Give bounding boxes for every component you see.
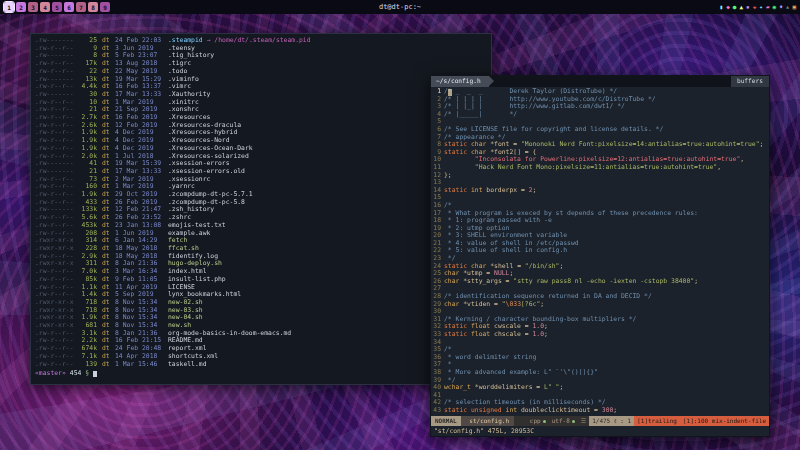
tray-icon-5[interactable]: ▪	[746, 2, 750, 12]
file-date: 1 Mar 15:46	[115, 361, 168, 369]
code-line: 38 * More advanced example: L" `'\"()[]{…	[431, 369, 769, 377]
statusline-filename: st/config.h	[461, 416, 514, 426]
tray-icon-3[interactable]: ●	[733, 2, 737, 12]
vim-cmdline: "st/config.h" 475L, 20953C	[431, 426, 769, 436]
vim-mode-indicator: NORMAL	[431, 416, 461, 426]
workspace-3[interactable]: 3	[28, 2, 38, 12]
terminal-window-left[interactable]: .rw-------25dt24 Feb 22:03.steampid→ /ho…	[30, 33, 492, 385]
file-permissions: .rw-r--r--	[35, 361, 75, 369]
workspace-4[interactable]: 4	[40, 2, 50, 12]
file-list: .rw-------25dt24 Feb 22:03.steampid→ /ho…	[35, 37, 487, 368]
workspace-list: 123456789	[4, 2, 110, 12]
tray-icon-7[interactable]: ✦	[759, 2, 763, 12]
workspace-8[interactable]: 8	[88, 2, 98, 12]
terminal-cursor	[93, 371, 97, 378]
tray-icon-4[interactable]: ▲	[739, 2, 743, 12]
statusline-fill	[514, 416, 527, 426]
code-line: 15	[431, 194, 769, 202]
file-size: 139	[75, 361, 97, 369]
workspace-6[interactable]: 6	[64, 2, 74, 12]
symlink-target: → /home/dt/.steam/steam.pid	[207, 37, 311, 45]
tray-icon-10[interactable]: ♦	[779, 2, 783, 12]
statusline-item-1: cpp	[527, 416, 549, 426]
buffers-label[interactable]: buffers	[731, 76, 769, 87]
code-line: 26char *stty_args = "stty raw pass8 nl -…	[431, 278, 769, 286]
prompt-count: 454	[70, 370, 82, 378]
tab-config-h[interactable]: ~/s/config.h	[431, 76, 489, 87]
git-branch-label: «master»	[35, 370, 66, 378]
statusline-item-2: utf-8	[549, 416, 578, 426]
shell-prompt: «master» 454 §	[35, 370, 487, 378]
tray-icon-12[interactable]: ▣	[792, 2, 796, 12]
code-line: 34	[431, 339, 769, 347]
editor-window[interactable]: ~/s/config.h buffers 1/* _ _ _ Derek Tay…	[430, 75, 770, 437]
file-owner: dt	[102, 361, 115, 369]
workspace-1[interactable]: 1	[4, 2, 14, 12]
tray-icon-6[interactable]: ◈	[753, 2, 757, 12]
vim-cursor	[448, 89, 452, 96]
code-line: 40wchar_t *worddelimiters = L" ";	[431, 384, 769, 392]
status-dot-icon	[543, 420, 546, 423]
code-line: 14static int borderpx = 2;	[431, 187, 769, 195]
code-line: 4/* |_____| */	[431, 111, 769, 119]
code-line: 33static float chscale = 1.0;	[431, 331, 769, 339]
tray-icon-8[interactable]: ▰	[766, 2, 770, 12]
statusline-item-4: 1/475 ℓ : 1	[589, 416, 634, 426]
statusline-item-5: [1]trailing	[634, 416, 680, 426]
code-line: 12};	[431, 172, 769, 180]
tray: ▮◆●▲▪◈✦▰◉♦▵▣	[720, 2, 797, 12]
prompt-symbol: §	[85, 370, 89, 378]
tray-icon-9[interactable]: ◉	[773, 2, 777, 12]
statusline: NORMAL st/config.h cpputf-8☰1/475 ℓ : 1[…	[431, 416, 769, 426]
tray-icon-11[interactable]: ▵	[786, 2, 790, 12]
workspace-9[interactable]: 9	[100, 2, 110, 12]
tray-icon-2[interactable]: ◆	[726, 2, 730, 12]
code-line: 11 "Hack Nerd Font Mono:pixelsize=11:ant…	[431, 164, 769, 172]
file-row: .rw-r--r--139dt1 Mar 15:46taskell.md	[35, 361, 487, 369]
code-line: 29char *vtiden = "\033[?6c";	[431, 301, 769, 309]
tray-icon-1[interactable]: ▮	[720, 2, 724, 12]
workspace-5[interactable]: 5	[52, 2, 62, 12]
statusline-item-3: ☰	[578, 416, 589, 426]
code-line: 43static unsigned int doubleclicktimeout…	[431, 407, 769, 415]
file-name: taskell.md	[168, 361, 206, 369]
code-line: 36 * word delimiter string	[431, 354, 769, 362]
window-title: dt@dt-pc:~	[0, 3, 800, 11]
code-lines: 1/* _ _ _ Derek Taylor (DistroTube) */2/…	[431, 87, 769, 416]
statusline-right: cpputf-8☰1/475 ℓ : 1[1]trailing[1]:100 m…	[527, 416, 769, 426]
top-bar: 123456789 dt@dt-pc:~ ▮◆●▲▪◈✦▰◉♦▵▣	[0, 0, 800, 14]
workspace-2[interactable]: 2	[16, 2, 26, 12]
statusline-item-6: [1]:100 mix-indent-file	[680, 416, 769, 426]
code-line: 22 * 5: value of shell in config.h	[431, 247, 769, 255]
line-number: 43	[431, 407, 444, 415]
workspace-7[interactable]: 7	[76, 2, 86, 12]
status-dot-icon	[572, 420, 575, 423]
editor-tabline: ~/s/config.h buffers	[431, 76, 769, 87]
tab-arrow-icon	[489, 76, 494, 86]
